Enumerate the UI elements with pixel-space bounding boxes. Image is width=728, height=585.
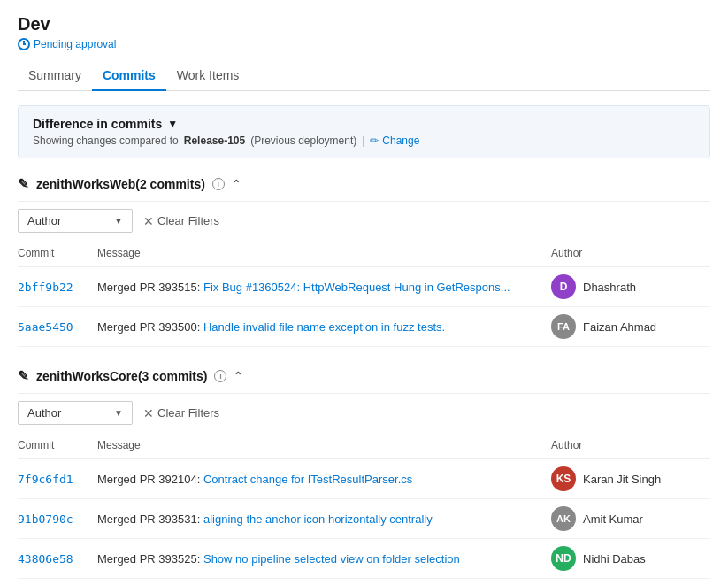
repo-info-icon-1[interactable]: i bbox=[214, 370, 226, 382]
repo-header-1: ✎ zenithWorksCore(3 commits) i ⌃ bbox=[18, 368, 710, 384]
author-dropdown-0[interactable]: Author ▼ bbox=[18, 209, 133, 233]
clear-filters-0[interactable]: ✕ Clear Filters bbox=[143, 214, 219, 228]
col-header-message-0: Message bbox=[97, 243, 551, 267]
commit-author-cell-0-1: FA Faizan Ahmad bbox=[551, 307, 710, 347]
filter-row-1: Author ▼ ✕ Clear Filters bbox=[18, 401, 710, 425]
repo-divider-top-0 bbox=[18, 201, 710, 202]
diff-title: Difference in commits ▼ bbox=[33, 117, 695, 131]
commit-msg-0-1: Merged PR 393500: Handle invalid file na… bbox=[97, 307, 551, 347]
commit-author-cell-1-1: AK Amit Kumar bbox=[551, 499, 710, 539]
repo-icon-0: ✎ bbox=[18, 176, 29, 192]
commit-hash-1-2[interactable]: 43806e58 bbox=[18, 539, 97, 579]
avatar-0-1: FA bbox=[551, 314, 576, 339]
table-row-0-0: 2bff9b22 Merged PR 393515: Fix Bug #1360… bbox=[18, 267, 710, 307]
col-header-message-1: Message bbox=[97, 435, 551, 459]
tab-summary[interactable]: Summary bbox=[18, 61, 92, 91]
clear-filters-label-0: Clear Filters bbox=[157, 214, 219, 227]
commit-msg-prefix-0-1: Merged PR 393500: bbox=[97, 320, 203, 334]
repo-collapse-icon-0[interactable]: ⌃ bbox=[232, 178, 241, 190]
commit-msg-prefix-1-1: Merged PR 393531: bbox=[97, 512, 203, 526]
dropdown-arrow-icon-0: ▼ bbox=[114, 216, 123, 226]
table-row-1-2: 43806e58 Merged PR 393525: Show no pipel… bbox=[18, 539, 710, 579]
commit-msg-link-1-2[interactable]: Show no pipeline selected view on folder… bbox=[203, 552, 460, 566]
author-label-0: Author bbox=[27, 214, 61, 227]
repos-container: ✎ zenithWorksWeb(2 commits) i ⌃ Author ▼… bbox=[18, 176, 710, 579]
commits-table-1: Commit Message Author 7f9c6fd1 Merged PR… bbox=[18, 435, 710, 579]
diff-title-text: Difference in commits bbox=[33, 117, 162, 131]
commit-msg-prefix-1-0: Merged PR 392104: bbox=[97, 473, 203, 486]
repo-divider-top-1 bbox=[18, 393, 710, 394]
commit-msg-1-2: Merged PR 393525: Show no pipeline selec… bbox=[97, 539, 551, 579]
diff-change-label: Change bbox=[382, 135, 419, 147]
commit-msg-prefix-1-2: Merged PR 393525: bbox=[97, 552, 203, 566]
commit-author-cell-0-0: D Dhashrath bbox=[551, 267, 710, 307]
commit-msg-link-1-1[interactable]: aligning the anchor icon horizontally ce… bbox=[203, 512, 433, 526]
clear-filters-1[interactable]: ✕ Clear Filters bbox=[143, 406, 219, 420]
pending-approval-label: Pending approval bbox=[34, 38, 116, 50]
commit-hash-0-0[interactable]: 2bff9b22 bbox=[18, 267, 97, 307]
avatar-1-1: AK bbox=[551, 506, 576, 531]
col-header-author-1: Author bbox=[551, 435, 710, 459]
diff-separator: | bbox=[362, 135, 364, 147]
tab-commits[interactable]: Commits bbox=[92, 61, 166, 91]
col-header-author-0: Author bbox=[551, 243, 710, 267]
author-name-0-1: Faizan Ahmad bbox=[583, 320, 656, 334]
pencil-icon: ✏ bbox=[370, 135, 379, 147]
author-name-1-0: Karan Jit Singh bbox=[583, 473, 661, 486]
author-name-1-1: Amit Kumar bbox=[583, 512, 643, 526]
commit-msg-1-1: Merged PR 393531: aligning the anchor ic… bbox=[97, 499, 551, 539]
diff-box: Difference in commits ▼ Showing changes … bbox=[18, 105, 710, 158]
table-row-1-0: 7f9c6fd1 Merged PR 392104: Contract chan… bbox=[18, 459, 710, 499]
diff-change-link[interactable]: ✏ Change bbox=[370, 135, 419, 147]
pending-approval-status: Pending approval bbox=[18, 38, 710, 50]
commit-msg-link-1-0[interactable]: Contract change for ITestResultParser.cs bbox=[203, 473, 412, 486]
repo-header-0: ✎ zenithWorksWeb(2 commits) i ⌃ bbox=[18, 176, 710, 192]
table-row-1-1: 91b0790c Merged PR 393531: aligning the … bbox=[18, 499, 710, 539]
commit-hash-1-1[interactable]: 91b0790c bbox=[18, 499, 97, 539]
filter-row-0: Author ▼ ✕ Clear Filters bbox=[18, 209, 710, 233]
diff-subtitle: Showing changes compared to Release-105 … bbox=[33, 135, 695, 147]
diff-baseline: Release-105 bbox=[184, 135, 245, 147]
commit-hash-0-1[interactable]: 5aae5450 bbox=[18, 307, 97, 347]
avatar-1-2: ND bbox=[551, 546, 576, 571]
repo-name-1: zenithWorksCore(3 commits) bbox=[36, 369, 207, 383]
diff-baseline-note: (Previous deployment) bbox=[250, 135, 356, 147]
commit-msg-1-0: Merged PR 392104: Contract change for IT… bbox=[97, 459, 551, 499]
diff-subtitle-prefix: Showing changes compared to bbox=[33, 135, 179, 147]
repo-section-0: ✎ zenithWorksWeb(2 commits) i ⌃ Author ▼… bbox=[18, 176, 710, 347]
clear-x-icon-0: ✕ bbox=[143, 214, 154, 228]
repo-collapse-icon-1[interactable]: ⌃ bbox=[234, 370, 242, 382]
clear-x-icon-1: ✕ bbox=[143, 406, 154, 420]
commit-msg-link-0-1[interactable]: Handle invalid file name exception in fu… bbox=[203, 320, 445, 334]
tab-workitems[interactable]: Work Items bbox=[166, 61, 250, 91]
author-dropdown-1[interactable]: Author ▼ bbox=[18, 401, 133, 425]
commit-msg-link-0-0[interactable]: Fix Bug #1360524: HttpWebRequest Hung in… bbox=[203, 281, 510, 294]
col-header-commit-0: Commit bbox=[18, 243, 97, 267]
commit-author-cell-1-2: ND Nidhi Dabas bbox=[551, 539, 710, 579]
commits-table-0: Commit Message Author 2bff9b22 Merged PR… bbox=[18, 243, 710, 347]
col-header-commit-1: Commit bbox=[18, 435, 97, 459]
repo-icon-1: ✎ bbox=[18, 368, 29, 384]
commit-msg-0-0: Merged PR 393515: Fix Bug #1360524: Http… bbox=[97, 267, 551, 307]
repo-section-1: ✎ zenithWorksCore(3 commits) i ⌃ Author … bbox=[18, 368, 710, 579]
diff-chevron-down-icon[interactable]: ▼ bbox=[167, 118, 178, 130]
table-row-0-1: 5aae5450 Merged PR 393500: Handle invali… bbox=[18, 307, 710, 347]
avatar-0-0: D bbox=[551, 274, 576, 299]
dropdown-arrow-icon-1: ▼ bbox=[114, 408, 123, 418]
repo-info-icon-0[interactable]: i bbox=[212, 178, 225, 190]
page-title: Dev bbox=[18, 14, 710, 35]
repo-name-0: zenithWorksWeb(2 commits) bbox=[36, 177, 205, 191]
clear-filters-label-1: Clear Filters bbox=[157, 406, 219, 420]
author-name-0-0: Dhashrath bbox=[583, 281, 636, 294]
commit-hash-1-0[interactable]: 7f9c6fd1 bbox=[18, 459, 97, 499]
avatar-1-0: KS bbox=[551, 466, 576, 491]
author-name-1-2: Nidhi Dabas bbox=[583, 552, 646, 566]
author-label-1: Author bbox=[27, 406, 61, 420]
clock-icon bbox=[18, 38, 30, 50]
commit-msg-prefix-0-0: Merged PR 393515: bbox=[97, 281, 203, 294]
tab-bar: Summary Commits Work Items bbox=[18, 61, 710, 91]
commit-author-cell-1-0: KS Karan Jit Singh bbox=[551, 459, 710, 499]
